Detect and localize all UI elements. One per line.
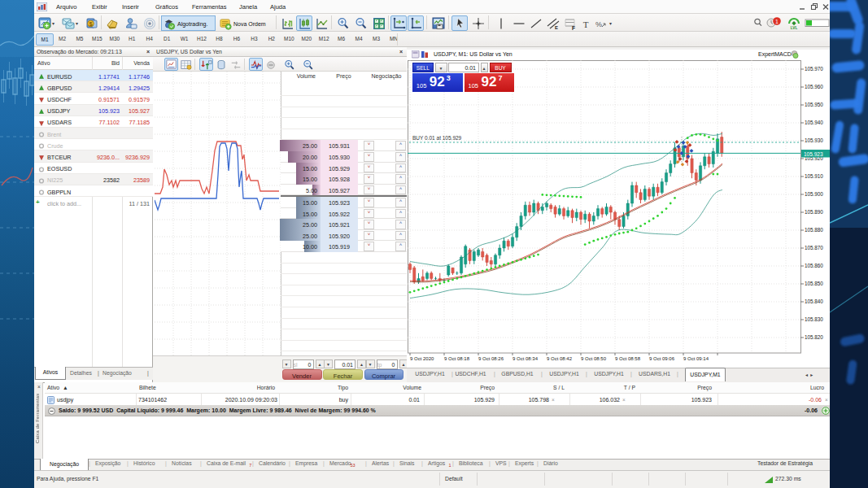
svg-text:105.930: 105.930 — [805, 137, 823, 143]
svg-text:LVL: LVL — [791, 26, 798, 30]
svg-text:9 Oct 08:18: 9 Oct 08:18 — [444, 356, 470, 361]
svg-text:105.860: 105.860 — [805, 263, 823, 268]
svg-text:1: 1 — [775, 19, 779, 24]
svg-text:9 Oct 08:42: 9 Oct 08:42 — [547, 356, 573, 361]
svg-text:9 Oct 09:14: 9 Oct 09:14 — [683, 356, 709, 361]
svg-text:BUY 0.01 at 105.929: BUY 0.01 at 105.929 — [412, 135, 462, 141]
svg-text:9 Oct 09:06: 9 Oct 09:06 — [649, 356, 675, 361]
svg-text:E: E — [555, 25, 558, 30]
svg-text:T: T — [583, 19, 589, 28]
svg-text:F: F — [572, 24, 575, 30]
svg-text:105.960: 105.960 — [805, 84, 823, 89]
svg-text:9 Oct 2020: 9 Oct 2020 — [410, 356, 434, 361]
svg-text:105.840: 105.840 — [805, 298, 823, 304]
svg-text:%: % — [595, 20, 602, 28]
svg-text:105.890: 105.890 — [805, 209, 823, 215]
svg-text:105.900: 105.900 — [805, 191, 823, 197]
svg-text:105.940: 105.940 — [805, 120, 823, 125]
svg-text:105.870: 105.870 — [805, 245, 823, 251]
svg-text:105.820: 105.820 — [805, 334, 823, 340]
svg-text:105.850: 105.850 — [805, 281, 823, 286]
svg-text:105.923: 105.923 — [804, 151, 823, 157]
svg-text:9 Oct 08:58: 9 Oct 08:58 — [615, 356, 641, 361]
svg-text:105.910: 105.910 — [805, 173, 823, 179]
svg-text:105.830: 105.830 — [805, 316, 823, 322]
svg-text:9 Oct 08:26: 9 Oct 08:26 — [478, 356, 504, 361]
svg-text:105.970: 105.970 — [805, 66, 823, 72]
svg-text:105.880: 105.880 — [805, 227, 823, 233]
svg-text:105.950: 105.950 — [805, 102, 823, 107]
svg-text:9 Oct 08:50: 9 Oct 08:50 — [581, 356, 607, 361]
svg-text:9 Oct 08:34: 9 Oct 08:34 — [513, 356, 539, 361]
